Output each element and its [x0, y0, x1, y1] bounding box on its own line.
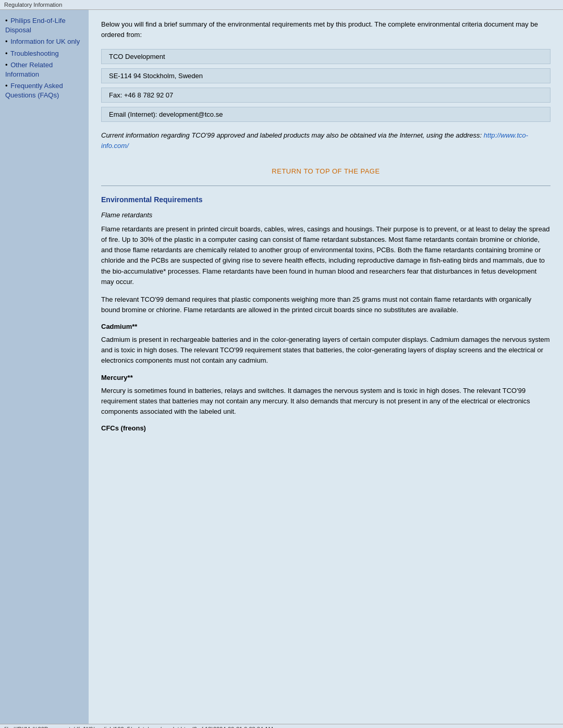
contact-tco-development: TCO Development	[101, 49, 550, 64]
cadmium-paragraph-1: Cadmium is present in rechargeable batte…	[101, 335, 550, 366]
italic-note: Current information regarding TCO'99 app…	[101, 130, 550, 151]
mercury-paragraph-1: Mercury is sometimes found in batteries,…	[101, 386, 550, 417]
return-to-top: RETURN TO TOP OF THE PAGE	[101, 167, 550, 175]
return-to-top-link[interactable]: RETURN TO TOP OF THE PAGE	[272, 167, 380, 175]
status-bar-label: file:///D|/My%20Documents/dfu/W9/english…	[4, 726, 273, 728]
sidebar-link-troubleshooting[interactable]: Troubleshooting	[10, 50, 59, 57]
subsection-flame-title: Flame retardants	[101, 211, 550, 219]
bullet-troubleshooting: •	[5, 50, 8, 57]
main-content: Below you will find a brief summary of t…	[89, 10, 563, 724]
contact-fax: Fax: +46 8 782 92 07	[101, 88, 550, 103]
section-divider	[101, 186, 550, 186]
sidebar-link-faqs[interactable]: Frequently Asked Questions (FAQs)	[5, 82, 63, 99]
contact-line-3: Fax: +46 8 782 92 07	[109, 91, 173, 99]
subsection-mercury-title: Mercury**	[101, 374, 550, 381]
status-bar: file:///D|/My%20Documents/dfu/W9/english…	[0, 724, 563, 728]
sidebar-item-troubleshooting: • Troubleshooting	[5, 49, 83, 58]
contact-address: SE-114 94 Stockholm, Sweden	[101, 68, 550, 83]
flame-paragraph-1: Flame retardants are present in printed …	[101, 224, 550, 287]
section-title: Environmental Requirements	[101, 195, 550, 204]
sidebar: • Philips End-of-Life Disposal • Informa…	[0, 10, 89, 724]
contact-line-2: SE-114 94 Stockholm, Sweden	[109, 72, 203, 80]
sidebar-link-uk[interactable]: Information for UK only	[10, 38, 80, 45]
contact-email: Email (Internet): development@tco.se	[101, 107, 550, 122]
top-bar-label: Regulatory Information	[4, 2, 62, 8]
sidebar-nav: • Philips End-of-Life Disposal • Informa…	[5, 16, 83, 101]
bullet-faqs: •	[5, 82, 8, 90]
bullet-philips: •	[5, 17, 8, 24]
bullet-other: •	[5, 61, 8, 69]
bullet-uk: •	[5, 38, 8, 45]
sidebar-link-other[interactable]: Other Related Information	[5, 61, 53, 78]
subsection-cfcs-title: CFCs (freons)	[101, 424, 550, 432]
flame-paragraph-2: The relevant TCO'99 demand requires that…	[101, 294, 550, 315]
sidebar-link-philips[interactable]: Philips End-of-Life Disposal	[5, 17, 66, 34]
intro-text: Below you will find a brief summary of t…	[101, 19, 550, 40]
top-bar: Regulatory Information	[0, 0, 563, 10]
contact-line-4: Email (Internet): development@tco.se	[109, 110, 223, 118]
italic-note-text: Current information regarding TCO'99 app…	[101, 131, 484, 139]
contact-line-1: TCO Development	[109, 53, 165, 60]
sidebar-item-philips: • Philips End-of-Life Disposal	[5, 16, 83, 35]
sidebar-item-uk: • Information for UK only	[5, 37, 83, 46]
sidebar-item-other: • Other Related Information	[5, 60, 83, 79]
subsection-cadmium-title: Cadmium**	[101, 323, 550, 330]
sidebar-item-faqs: • Frequently Asked Questions (FAQs)	[5, 81, 83, 100]
